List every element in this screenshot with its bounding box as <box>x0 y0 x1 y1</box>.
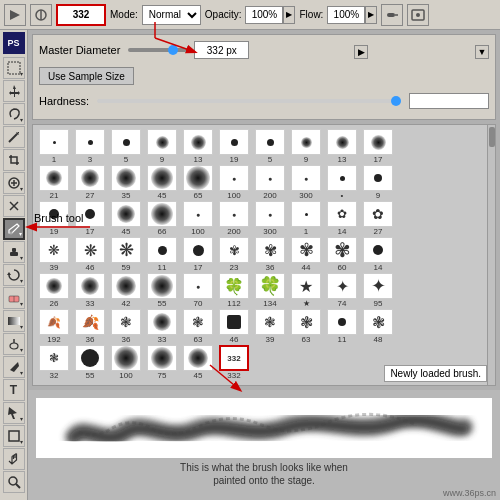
brush-cell[interactable]: ❃63 <box>181 309 215 344</box>
hardness-input[interactable] <box>409 93 489 109</box>
brush-cell[interactable]: 45 <box>145 165 179 200</box>
opacity-arrow[interactable]: ▶ <box>283 6 295 24</box>
use-sample-btn[interactable]: Use Sample Size <box>39 67 134 85</box>
brush-cell[interactable]: ❃39 <box>253 309 287 344</box>
brush-cell[interactable]: 21 <box>37 165 71 200</box>
brush-cell[interactable]: ●200 <box>217 201 251 236</box>
brush-cell[interactable]: ●200 <box>253 165 287 200</box>
brush-cell[interactable]: 33 <box>73 273 107 308</box>
tool-type[interactable]: T <box>3 379 25 401</box>
tablet-icon[interactable] <box>407 4 429 26</box>
brush-cell[interactable]: 14 <box>361 237 395 272</box>
tool-magic-wand[interactable] <box>3 126 25 148</box>
tool-eraser[interactable]: ▾ <box>3 287 25 309</box>
brush-cell[interactable]: 9 <box>289 129 323 164</box>
tool-zoom[interactable] <box>3 471 25 493</box>
tool-brush[interactable]: ▾ <box>3 218 25 240</box>
brush-cell[interactable]: 5 <box>109 129 143 164</box>
brush-cell[interactable]: 66 <box>145 201 179 236</box>
brush-cell[interactable]: 42 <box>109 273 143 308</box>
tool-stamp[interactable]: ▾ <box>3 241 25 263</box>
brush-cell[interactable]: ✾23 <box>217 237 251 272</box>
brush-cell[interactable]: ❋39 <box>37 237 71 272</box>
tool-healing[interactable]: ▾ <box>3 172 25 194</box>
toolbar-icon-2[interactable] <box>30 4 52 26</box>
brush-cell[interactable]: ●300 <box>253 201 287 236</box>
brush-cell[interactable]: 3 <box>73 129 107 164</box>
tool-history-brush[interactable]: ▾ <box>3 264 25 286</box>
brush-cell[interactable]: 9 <box>145 129 179 164</box>
brush-cell[interactable]: ✿14 <box>325 201 359 236</box>
brush-cell[interactable]: ✾36 <box>253 237 287 272</box>
brush-cell[interactable]: ❃48 <box>361 309 395 344</box>
brush-cell[interactable]: 33 <box>145 309 179 344</box>
brush-cell[interactable]: 11 <box>325 309 359 344</box>
brush-cell[interactable]: 🍀112 <box>217 273 251 308</box>
brush-cell[interactable]: ❋46 <box>73 237 107 272</box>
brush-cell[interactable]: ✦95 <box>361 273 395 308</box>
brush-cell[interactable]: ●100 <box>181 201 215 236</box>
brush-cell[interactable]: 9 <box>361 165 395 200</box>
brush-cell[interactable]: 35 <box>109 165 143 200</box>
brush-cell[interactable]: 65 <box>181 165 215 200</box>
brush-cell[interactable]: ✾44 <box>289 237 323 272</box>
brush-cell-selected[interactable]: 332 332 <box>217 345 251 380</box>
brush-cell[interactable]: ✿27 <box>361 201 395 236</box>
brush-cell[interactable]: 75 <box>145 345 179 380</box>
panel-arrow-down[interactable]: ▼ <box>475 45 489 59</box>
diameter-slider[interactable] <box>128 48 188 52</box>
brush-cell[interactable]: 1 <box>289 201 323 236</box>
brush-cell[interactable]: 45 <box>109 201 143 236</box>
brush-cell[interactable]: ★★ <box>289 273 323 308</box>
flow-arrow[interactable]: ▶ <box>365 6 377 24</box>
tool-crop[interactable] <box>3 149 25 171</box>
brush-cell[interactable]: • <box>325 165 359 200</box>
tool-marquee[interactable]: ▾ <box>3 57 25 79</box>
tool-patch[interactable] <box>3 195 25 217</box>
brush-cell[interactable]: ✦74 <box>325 273 359 308</box>
brush-cell[interactable]: ❋59 <box>109 237 143 272</box>
brush-cell[interactable]: 46 <box>217 309 251 344</box>
brush-cell[interactable]: 1 <box>37 129 71 164</box>
brush-cell[interactable]: 11 <box>145 237 179 272</box>
brush-preview[interactable]: 332 <box>56 4 106 26</box>
hardness-slider[interactable] <box>97 99 401 103</box>
brush-cell[interactable]: 26 <box>37 273 71 308</box>
tool-pen[interactable]: ▾ <box>3 356 25 378</box>
tool-gradient[interactable]: ▾ <box>3 310 25 332</box>
brush-cell[interactable]: ●70 <box>181 273 215 308</box>
brush-cell[interactable]: ●100 <box>217 165 251 200</box>
brush-cell[interactable]: ❃32 <box>37 345 71 380</box>
brush-cell[interactable]: 55 <box>73 345 107 380</box>
brush-cell[interactable]: 🍂192 <box>37 309 71 344</box>
brush-cell[interactable]: 🍂36 <box>73 309 107 344</box>
top-toolbar: 332 Mode: Normal Opacity: 100% ▶ Flow: 1… <box>0 0 500 30</box>
airbrush-icon[interactable] <box>381 4 403 26</box>
brush-cell[interactable]: ❃36 <box>109 309 143 344</box>
brush-cell[interactable]: 13 <box>325 129 359 164</box>
tool-path-select[interactable]: ▾ <box>3 402 25 424</box>
brush-cell[interactable]: ✾60 <box>325 237 359 272</box>
brush-cell[interactable]: 17 <box>361 129 395 164</box>
tool-hand[interactable] <box>3 448 25 470</box>
brush-cell[interactable]: ❃63 <box>289 309 323 344</box>
brush-cell[interactable]: 55 <box>145 273 179 308</box>
brush-cell[interactable]: ●300 <box>289 165 323 200</box>
tool-dodge[interactable]: ▾ <box>3 333 25 355</box>
brush-cell[interactable]: 100 <box>109 345 143 380</box>
brush-cell[interactable]: 13 <box>181 129 215 164</box>
brush-cell[interactable]: 🍀134 <box>253 273 287 308</box>
brush-cell[interactable]: 17 <box>181 237 215 272</box>
brush-cell[interactable]: 45 <box>181 345 215 380</box>
diameter-input[interactable]: 332 px <box>194 41 249 59</box>
panel-arrow-right[interactable]: ▶ <box>354 45 368 59</box>
brush-cell[interactable]: 27 <box>73 165 107 200</box>
mode-select[interactable]: Normal <box>142 5 201 25</box>
svg-line-28 <box>16 484 20 488</box>
tool-lasso[interactable]: ▾ <box>3 103 25 125</box>
toolbar-icon-1[interactable] <box>4 4 26 26</box>
tool-move[interactable] <box>3 80 25 102</box>
brush-cell[interactable]: 5 <box>253 129 287 164</box>
tool-shape[interactable]: ▾ <box>3 425 25 447</box>
brush-cell[interactable]: 19 <box>217 129 251 164</box>
